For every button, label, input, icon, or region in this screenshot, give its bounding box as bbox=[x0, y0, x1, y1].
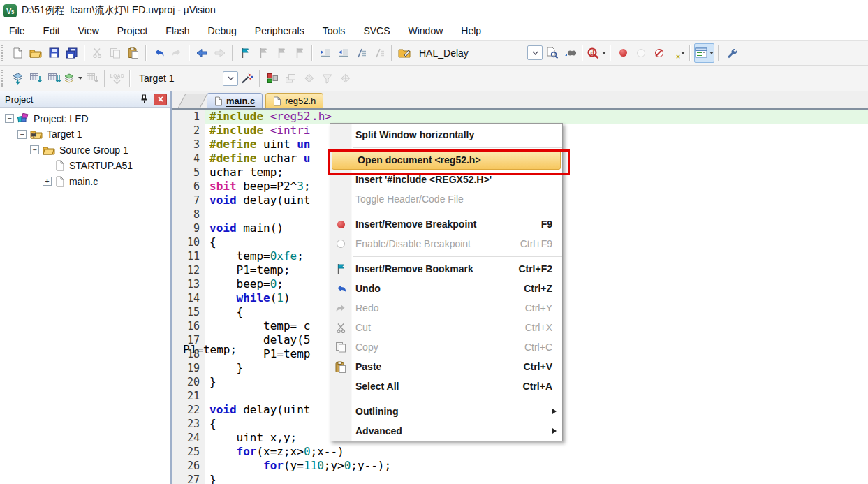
collapse-icon[interactable]: − bbox=[30, 145, 39, 154]
close-icon[interactable] bbox=[154, 94, 167, 105]
redo-icon bbox=[330, 303, 351, 314]
menu-file[interactable]: File bbox=[0, 21, 34, 40]
dropdown-arrow-icon[interactable] bbox=[602, 52, 606, 54]
tree-item-source-group-1[interactable]: −Source Group 1 bbox=[0, 143, 170, 157]
dropdown-arrow-icon[interactable] bbox=[78, 77, 82, 80]
memory-window-button[interactable] bbox=[694, 43, 714, 63]
tree-item-main-c[interactable]: +main.c bbox=[0, 175, 170, 189]
tree-item-label: STARTUP.A51 bbox=[69, 160, 133, 171]
menu-item-insert-remove-breakpoint[interactable]: Insert/Remove BreakpointF9 bbox=[330, 214, 562, 234]
save-button[interactable] bbox=[45, 44, 62, 62]
menu-item-select-all[interactable]: Select AllCtrl+A bbox=[330, 376, 562, 396]
menu-item-shortcut: Ctrl+X bbox=[525, 322, 562, 333]
function-search-combobox-dropdown-icon[interactable] bbox=[527, 45, 543, 60]
menu-debug[interactable]: Debug bbox=[199, 21, 246, 40]
build-button[interactable] bbox=[27, 69, 44, 87]
kill-all-breakpoints-button[interactable] bbox=[651, 44, 668, 62]
stop-build-button[interactable] bbox=[84, 69, 101, 87]
undo-button[interactable] bbox=[150, 44, 167, 62]
batch-build-button[interactable] bbox=[64, 69, 82, 87]
windows-mesh-button[interactable] bbox=[337, 69, 353, 87]
find-in-document-button[interactable] bbox=[543, 44, 560, 62]
download-button[interactable]: LOAD bbox=[109, 69, 126, 87]
save-all-button[interactable] bbox=[64, 44, 80, 62]
menu-help[interactable]: Help bbox=[452, 21, 490, 40]
dropdown-arrow-icon[interactable] bbox=[709, 52, 714, 54]
menu-item-outlining[interactable]: Outlining bbox=[330, 402, 562, 421]
disable-breakpoint-button[interactable] bbox=[633, 44, 649, 62]
arrow-forward-icon bbox=[214, 48, 226, 58]
navigate-forward-button[interactable] bbox=[212, 44, 228, 62]
open-file-button[interactable] bbox=[27, 44, 44, 62]
pin-icon[interactable] bbox=[140, 94, 148, 104]
menu-item-label: Toggle Header/Code File bbox=[351, 193, 464, 205]
menu-item-redo[interactable]: RedoCtrl+Y bbox=[330, 298, 562, 318]
previous-bookmark-button[interactable] bbox=[255, 44, 272, 62]
disable-all-breakpoints-button[interactable] bbox=[669, 44, 686, 62]
next-bookmark-button[interactable] bbox=[273, 44, 290, 62]
menu-tools[interactable]: Tools bbox=[314, 21, 355, 40]
comment-selection-button[interactable] bbox=[353, 44, 369, 62]
menu-svcs[interactable]: SVCS bbox=[354, 21, 399, 40]
options-for-target-button[interactable] bbox=[239, 69, 256, 87]
insert-bookmark-button[interactable] bbox=[237, 44, 253, 62]
line-number: 7 bbox=[172, 193, 205, 207]
target-select-combobox[interactable]: Target 1 bbox=[133, 71, 238, 86]
menu-item-undo[interactable]: UndoCtrl+Z bbox=[330, 279, 562, 298]
insert-breakpoint-button[interactable] bbox=[615, 44, 631, 62]
menu-item-enable-disable-breakpoint[interactable]: Enable/Disable BreakpointCtrl+F9 bbox=[330, 234, 562, 254]
windows-funnel-button[interactable] bbox=[318, 69, 335, 87]
menu-item-copy[interactable]: CopyCtrl+C bbox=[330, 337, 562, 357]
manage-run-time-environment-button[interactable] bbox=[264, 69, 281, 87]
menu-project[interactable]: Project bbox=[108, 21, 157, 40]
line-number: 11 bbox=[172, 249, 205, 263]
editor-tab-bar: main.creg52.h bbox=[172, 91, 868, 110]
rebuild-all-button[interactable] bbox=[45, 69, 62, 87]
menu-item-insert-remove-bookmark[interactable]: Insert/Remove BookmarkCtrl+F2 bbox=[330, 259, 562, 279]
find-in-files-button[interactable] bbox=[561, 44, 578, 62]
menu-window[interactable]: Window bbox=[399, 21, 453, 40]
tree-item-target-1[interactable]: −✱Target 1 bbox=[0, 127, 170, 141]
windows-stack-button[interactable] bbox=[282, 69, 299, 87]
menu-flash[interactable]: Flash bbox=[156, 21, 198, 40]
paste-button[interactable] bbox=[125, 44, 142, 62]
navigate-back-button[interactable] bbox=[193, 44, 210, 62]
configure-button[interactable] bbox=[723, 44, 740, 62]
collapse-icon[interactable]: − bbox=[17, 130, 27, 139]
toolbar-separator bbox=[84, 45, 85, 61]
quick-find-button[interactable]: d bbox=[587, 44, 606, 62]
menu-item-toggle-header-code-file[interactable]: Toggle Header/Code File bbox=[330, 189, 562, 209]
menu-item-split-window-horizontally[interactable]: Split Window horizontally bbox=[330, 125, 562, 145]
copy-button[interactable] bbox=[107, 44, 124, 62]
lookup-button[interactable] bbox=[396, 44, 413, 62]
outdent-button[interactable] bbox=[334, 44, 351, 62]
menu-peripherals[interactable]: Peripherals bbox=[246, 21, 314, 40]
target-select-combobox-dropdown-icon[interactable] bbox=[223, 71, 238, 86]
tab-main-c[interactable]: main.c bbox=[207, 93, 263, 108]
svg-text:d: d bbox=[591, 50, 595, 57]
dropdown-arrow-icon[interactable] bbox=[681, 52, 685, 54]
translate-file-button[interactable] bbox=[9, 69, 26, 87]
menu-edit[interactable]: Edit bbox=[34, 21, 69, 40]
collapse-icon[interactable]: − bbox=[5, 114, 14, 123]
menu-separator bbox=[330, 396, 562, 402]
redo-button[interactable] bbox=[168, 44, 185, 62]
submenu-arrow-icon bbox=[552, 428, 557, 434]
toolbar-separator bbox=[718, 45, 719, 61]
clear-bookmarks-button[interactable] bbox=[291, 44, 308, 62]
indent-button[interactable] bbox=[316, 44, 333, 62]
cut-button[interactable] bbox=[89, 44, 105, 62]
function-search-combobox[interactable]: HAL_Delay bbox=[413, 45, 543, 60]
tree-item-startup-a51[interactable]: STARTUP.A51 bbox=[0, 159, 170, 173]
menu-view[interactable]: View bbox=[69, 21, 108, 40]
tab-reg52-h[interactable]: reg52.h bbox=[265, 93, 323, 108]
windows-diamond-button[interactable] bbox=[300, 69, 317, 87]
menu-item-paste[interactable]: PasteCtrl+V bbox=[330, 357, 562, 376]
tree-item-project-led[interactable]: −Project: LED bbox=[0, 112, 170, 126]
code-line-text: } bbox=[205, 473, 868, 484]
menu-item-advanced[interactable]: Advanced bbox=[330, 421, 562, 441]
uncomment-selection-button[interactable] bbox=[371, 44, 388, 62]
expand-icon[interactable]: + bbox=[43, 177, 52, 186]
new-file-button[interactable] bbox=[9, 44, 26, 62]
menu-item-cut[interactable]: CutCtrl+X bbox=[330, 318, 562, 337]
